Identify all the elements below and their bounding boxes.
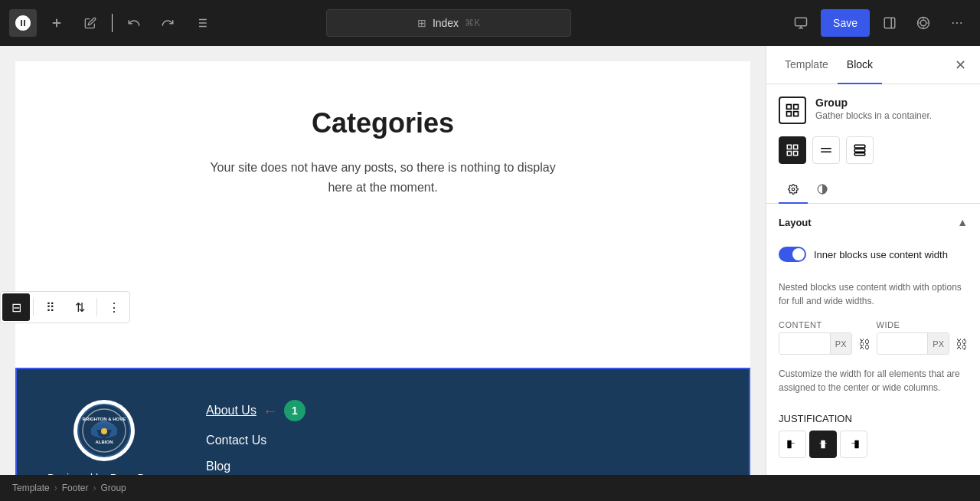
wide-label: WIDE [877,320,950,329]
panel-content: Group Gather blocks in a container. [766,84,980,470]
wide-width-group: WIDE PX [877,320,950,355]
tab-template[interactable]: Template [776,46,838,84]
top-bar-right: Save [787,9,971,37]
edit-tool-button[interactable] [77,9,104,37]
svg-rect-34 [854,149,865,152]
panel-tabs: Template Block ✕ [766,46,980,84]
block-info: Group Gather blocks in a container. [779,97,968,124]
svg-text:BRIGHTON & HOVE: BRIGHTON & HOVE [82,417,126,421]
svg-rect-38 [787,440,791,449]
styles-sub-tab[interactable] [808,176,837,204]
top-bar: ⊞ Index ⌘K Save [0,0,980,46]
address-bar[interactable]: ⊞ Index ⌘K [326,9,571,37]
breadcrumb: Template › Footer › Group [0,475,980,501]
page-title: Index [433,17,459,29]
justify-center-button[interactable] [809,431,837,458]
svg-rect-25 [787,112,792,116]
about-us-link[interactable]: About Us [206,404,256,418]
style-default-button[interactable] [779,136,806,164]
drag-handle[interactable]: ⠿ [37,293,64,321]
arrow-icon: ← [263,402,278,420]
list-view-button[interactable] [188,9,215,37]
content-width-input[interactable] [779,333,830,354]
inner-blocks-toggle-row: Inner blocks use content width [779,247,968,262]
save-button[interactable]: Save [821,9,870,37]
undo-button[interactable] [120,9,148,37]
svg-rect-28 [794,145,798,149]
link-widths-icon[interactable]: ⛓ [858,338,871,355]
theme-toggle-button[interactable] [910,9,937,37]
breadcrumb-group: Group [100,483,126,493]
breadcrumb-footer[interactable]: Footer [62,483,89,493]
breadcrumb-separator-2: › [93,483,96,493]
chevron-up-icon: ▲ [957,216,968,228]
svg-rect-8 [795,18,807,26]
svg-point-13 [920,20,926,26]
justify-left-button[interactable] [779,431,806,458]
justification-section: JUSTIFICATION [779,413,968,458]
link-wide-icon[interactable]: ⛓ [956,338,968,355]
justify-right-button[interactable] [840,431,867,458]
footer-left: BRIGHTON & HOVE ALBION Designed by Press… [47,400,160,475]
block-type-button[interactable]: ⊟ [2,293,30,321]
layout-section-header[interactable]: Layout ▲ [779,216,968,228]
svg-rect-27 [787,145,791,149]
toolbar-divider [112,14,113,32]
svg-text:ALBION: ALBION [95,440,113,444]
style-stack-button[interactable] [846,136,874,164]
svg-point-22 [101,428,107,434]
toolbar-divider-3 [96,298,97,316]
content-width-input-wrapper: PX [779,332,852,355]
wp-logo[interactable] [9,9,37,37]
move-up-down[interactable]: ⇅ [66,293,93,321]
right-panel: Template Block ✕ Group Gather blocks in … [766,46,980,475]
svg-rect-23 [787,105,792,110]
content-label: CONTENT [779,320,852,329]
svg-rect-41 [819,443,826,444]
wide-unit: PX [927,333,949,354]
svg-point-17 [960,22,962,24]
justification-buttons [779,431,968,458]
inner-blocks-toggle[interactable] [779,247,806,262]
svg-rect-24 [794,105,799,110]
svg-rect-42 [854,440,858,449]
more-options-button[interactable] [943,9,971,37]
justification-label: JUSTIFICATION [779,413,968,424]
svg-rect-29 [787,152,791,156]
group-block-icon [779,97,806,124]
page-icon: ⊞ [417,17,426,29]
svg-point-15 [952,22,954,24]
panel-close-button[interactable]: ✕ [949,54,971,76]
add-block-button[interactable] [43,9,70,37]
content-width-group: CONTENT PX [779,320,852,355]
sidebar-toggle-button[interactable] [876,9,903,37]
main-area: Categories Your site does not have any p… [0,46,980,475]
contact-us-link[interactable]: Contact Us [206,434,312,447]
svg-rect-26 [794,112,799,116]
tab-block[interactable]: Block [838,46,882,84]
keyboard-shortcut: ⌘K [465,18,480,28]
preview-button[interactable] [787,9,815,37]
width-input-description: Customize the width for all elements tha… [779,367,968,395]
canvas: Categories Your site does not have any p… [0,46,766,475]
blog-link[interactable]: Blog [206,460,312,473]
toggle-label: Inner blocks use content width [814,249,948,260]
svg-rect-30 [794,152,798,156]
breadcrumb-template[interactable]: Template [12,483,50,493]
content-unit: PX [830,333,851,354]
footer-tagline: Designed by PressBerg @ Copyright 2024 [47,470,160,475]
settings-sub-tab[interactable] [779,176,808,204]
redo-button[interactable] [154,9,181,37]
svg-rect-33 [854,145,865,148]
step-badge: 1 [284,400,305,421]
block-description: Gather blocks in a container. [815,110,932,121]
block-toolbar: ⊟ ⠿ ⇅ ⋮ [0,291,130,323]
wide-width-input-wrapper: PX [877,332,950,355]
width-inputs-row: CONTENT PX ⛓ WIDE PX ⛓ [779,320,968,355]
svg-rect-39 [787,443,794,444]
svg-rect-40 [821,440,825,449]
wide-width-input[interactable] [877,333,928,354]
block-more-options[interactable]: ⋮ [100,293,128,321]
style-row-button[interactable] [812,136,840,164]
toolbar-divider-2 [33,298,34,316]
